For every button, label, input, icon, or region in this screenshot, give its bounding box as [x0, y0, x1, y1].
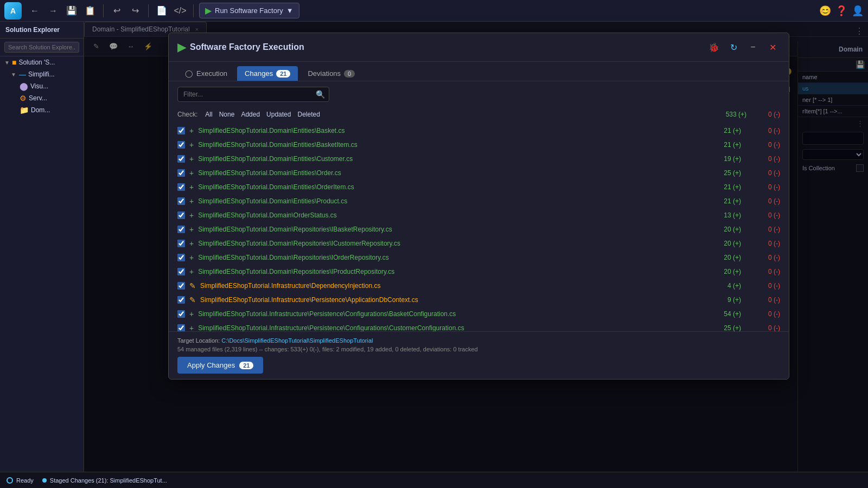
file-checkbox-7[interactable]	[177, 226, 185, 233]
add-icon-6: +	[189, 211, 194, 220]
toolbar-sep-2	[148, 4, 149, 17]
check-none-btn[interactable]: None	[216, 110, 238, 119]
filter-input[interactable]	[177, 87, 329, 102]
stat-deleted-0: 0 (-)	[758, 127, 780, 134]
new-file-btn[interactable]: 📄	[154, 3, 169, 18]
bug-icon-btn[interactable]: 🐞	[706, 40, 722, 55]
close-icon-btn[interactable]: ✕	[765, 40, 780, 55]
file-checkbox-10[interactable]	[177, 268, 185, 275]
stat-deleted-12: 0 (-)	[758, 296, 780, 304]
check-bar: Check: All None Added Updated Deleted 53…	[169, 107, 789, 124]
edit-icon-11: ✎	[189, 281, 196, 290]
tree-item-domain[interactable]: 📁 Dom...	[0, 104, 84, 116]
file-checkbox-6[interactable]	[177, 211, 185, 219]
stat-added-11: 4 (+)	[714, 282, 741, 290]
file-name-14: SimplifiedEShopTutorial.Infrastructure\P…	[198, 324, 710, 331]
stat-added-7: 20 (+)	[714, 226, 741, 233]
smiley-icon[interactable]: 😊	[819, 5, 831, 17]
file-checkbox-3[interactable]	[177, 169, 185, 177]
file-row: + SimplifiedEShopTutorial.Domain\Reposit…	[173, 251, 784, 265]
copy-btn[interactable]: 📋	[82, 3, 98, 18]
refresh-icon-btn[interactable]: ↻	[726, 40, 741, 55]
code-btn[interactable]: </>	[173, 3, 188, 18]
account-icon[interactable]: 👤	[852, 5, 864, 17]
solution-explorer: Solution Explorer ▼ ■ Solution 'S... ▼ ⸻…	[0, 22, 84, 472]
add-icon-2: +	[189, 155, 194, 163]
modal-tabs: ◯ Execution Changes 21 Deviations 0	[169, 62, 789, 81]
file-row: ✎ SimplifiedEShopTutorial.Infrastructure…	[173, 293, 784, 307]
file-checkbox-2[interactable]	[177, 155, 185, 163]
save-btn[interactable]: 💾	[64, 3, 79, 18]
file-name-2: SimplifiedEShopTutorial.Domain\Entities\…	[198, 155, 710, 163]
modal-header: ▶ Software Factory Execution 🐞 ↻ − ✕	[169, 33, 789, 62]
redo-btn[interactable]: ↪	[127, 3, 143, 18]
tree-item-service[interactable]: ⚙ Serv...	[0, 92, 84, 104]
tab-deviations[interactable]: Deviations 0	[300, 66, 362, 81]
stat-added-0: 21 (+)	[714, 127, 741, 134]
file-checkbox-1[interactable]	[177, 141, 185, 149]
add-icon-7: +	[189, 225, 194, 234]
forward-btn[interactable]: →	[46, 3, 61, 18]
file-name-3: SimplifiedEShopTutorial.Domain\Entities\…	[198, 169, 710, 177]
tab-execution-icon: ◯	[185, 69, 193, 78]
tab-execution[interactable]: ◯ Execution	[177, 66, 235, 81]
tab-execution-label: Execution	[196, 69, 227, 78]
check-deleted-btn[interactable]: Deleted	[294, 110, 323, 119]
status-bar: Ready Staged Changes (21): SimplifiedESh…	[0, 472, 868, 488]
tree-item-visual[interactable]: ⬤ Visu...	[0, 80, 84, 92]
stat-added-8: 20 (+)	[714, 240, 741, 247]
file-checkbox-12[interactable]	[177, 296, 185, 304]
file-checkbox-8[interactable]	[177, 240, 185, 247]
stat-deleted-10: 0 (-)	[758, 268, 780, 275]
toolbar-sep-1	[103, 4, 104, 17]
solution-explorer-header: Solution Explorer	[0, 22, 84, 38]
stat-added-2: 19 (+)	[714, 155, 741, 163]
total-deleted: 0 (-)	[768, 111, 780, 118]
tree-item-project[interactable]: ▼ ⸻ Simplifi...	[0, 68, 84, 80]
solution-label: Solution 'S...	[18, 59, 55, 66]
check-all-btn[interactable]: All	[202, 110, 215, 119]
file-checkbox-11[interactable]	[177, 282, 185, 290]
run-software-factory-btn[interactable]: ▶ Run Software Factory ▼	[199, 3, 299, 18]
chevron-icon: ▼	[4, 60, 10, 66]
software-factory-modal: ▶ Software Factory Execution 🐞 ↻ − ✕ ◯ E…	[168, 33, 789, 380]
solution-search-input[interactable]	[4, 42, 79, 53]
check-label: Check:	[177, 111, 197, 118]
back-btn[interactable]: ←	[27, 3, 42, 18]
check-added-btn[interactable]: Added	[238, 110, 263, 119]
file-checkbox-4[interactable]	[177, 183, 185, 191]
undo-btn[interactable]: ↩	[109, 3, 124, 18]
file-row: + SimplifiedEShopTutorial.Domain\Reposit…	[173, 222, 784, 236]
file-checkbox-13[interactable]	[177, 310, 185, 318]
status-staged: Staged Changes (21): SimplifiedEShopTut.…	[42, 477, 167, 484]
target-path-link[interactable]: C:\Docs\SimplifiedEShopTutorial\Simplifi…	[221, 337, 373, 344]
solution-icon: ■	[12, 58, 16, 67]
tab-changes-label: Changes	[245, 69, 273, 78]
minimize-icon-btn[interactable]: −	[745, 40, 761, 55]
tree-item-solution[interactable]: ▼ ■ Solution 'S...	[0, 56, 84, 68]
check-updated-btn[interactable]: Updated	[263, 110, 294, 119]
project-label: Simplifi...	[28, 70, 55, 78]
file-checkbox-9[interactable]	[177, 254, 185, 261]
file-row: + SimplifiedEShopTutorial.Infrastructure…	[173, 307, 784, 321]
file-name-9: SimplifiedEShopTutorial.Domain\Repositor…	[198, 254, 710, 261]
help-icon[interactable]: ❓	[835, 5, 847, 17]
file-checkbox-5[interactable]	[177, 197, 185, 205]
staged-dot-icon	[42, 478, 47, 483]
file-stats-0: 21 (+) 0 (-)	[714, 127, 780, 134]
file-name-6: SimplifiedEShopTutorial.Domain\OrderStat…	[198, 211, 710, 219]
modal-overlay: ▶ Software Factory Execution 🐞 ↻ − ✕ ◯ E…	[84, 22, 868, 472]
edit-icon-12: ✎	[189, 296, 196, 304]
tab-deviations-label: Deviations	[308, 69, 341, 78]
service-icon: ⚙	[20, 94, 27, 102]
file-name-7: SimplifiedEShopTutorial.Domain\Repositor…	[198, 226, 710, 233]
stat-deleted-7: 0 (-)	[758, 226, 780, 233]
tab-changes[interactable]: Changes 21	[237, 66, 298, 81]
apply-changes-btn[interactable]: Apply Changes 21	[177, 357, 263, 374]
status-ready: Ready	[7, 477, 34, 484]
add-icon-0: +	[189, 126, 194, 135]
apply-btn-badge: 21	[239, 362, 253, 369]
file-checkbox-14[interactable]	[177, 324, 185, 331]
apply-btn-label: Apply Changes	[187, 361, 235, 369]
file-checkbox-0[interactable]	[177, 127, 185, 134]
